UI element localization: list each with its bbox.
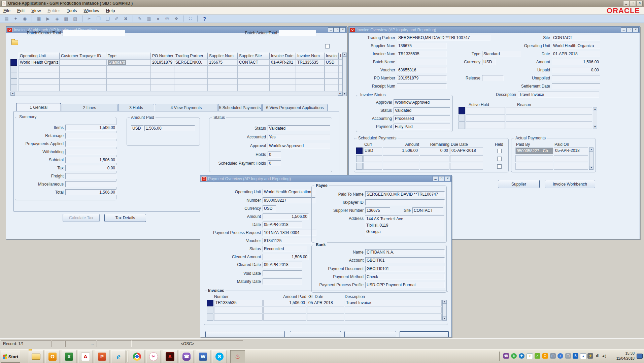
header-checkbox[interactable]: [325, 44, 330, 48]
signal-bars-icon[interactable]: ııll: [594, 353, 600, 359]
record-selector[interactable]: [356, 163, 363, 170]
empty-cell[interactable]: [151, 85, 174, 91]
paid-by-cell[interactable]: 9500058227 - Ch: [515, 147, 553, 154]
switch-responsibility-icon[interactable]: ◈: [53, 15, 61, 22]
amount-cell[interactable]: 1,506.00: [383, 147, 419, 154]
column-header[interactable]: Trading Partner: [174, 53, 208, 59]
clear-record-icon[interactable]: ✐: [113, 15, 121, 22]
acrobat-icon[interactable]: A: [163, 350, 177, 363]
viber-tray-icon[interactable]: ☎: [503, 353, 509, 359]
empty-cell[interactable]: [106, 78, 151, 85]
adobe-reader-icon[interactable]: A: [78, 350, 93, 363]
navigator-icon[interactable]: ◉: [21, 15, 29, 22]
record-selector[interactable]: [459, 107, 465, 114]
minimize-icon[interactable]: _: [623, 1, 629, 6]
maximize-icon[interactable]: □: [627, 27, 633, 32]
invoice-overview-titlebar[interactable]: O Invoice Overview (AP Inquiry and Repor…: [349, 27, 640, 33]
empty-cell[interactable]: [270, 85, 296, 91]
empty-cell[interactable]: [270, 72, 296, 78]
column-header[interactable]: PO Number: [151, 53, 174, 59]
empty-cell[interactable]: [208, 85, 238, 91]
supplier-button[interactable]: Supplier: [498, 180, 540, 188]
description-cell[interactable]: Travel Invoice: [345, 300, 442, 306]
empty-cell[interactable]: [270, 78, 296, 85]
gl-date-cell[interactable]: 05-APR-2018: [307, 300, 344, 306]
empty-cell[interactable]: [151, 66, 174, 72]
cell-type[interactable]: Standard: [106, 59, 151, 66]
column-header[interactable]: Invoice: [325, 53, 339, 59]
record-selector[interactable]: [356, 155, 363, 162]
record-selector[interactable]: [356, 147, 363, 154]
empty-cell[interactable]: [60, 78, 106, 85]
maximize-icon[interactable]: □: [439, 176, 444, 181]
empty-cell[interactable]: [60, 85, 106, 91]
snipping-tool-icon[interactable]: ✂: [146, 350, 161, 363]
remaining-cell[interactable]: 0.00: [420, 147, 449, 154]
viber-icon[interactable]: ☎: [179, 350, 194, 363]
record-selector[interactable]: [10, 59, 17, 66]
power-plug-tray-icon[interactable]: ⚡: [587, 353, 593, 359]
empty-cell[interactable]: [345, 314, 442, 321]
cell-cut[interactable]: [339, 59, 342, 66]
help-icon[interactable]: ?: [201, 15, 208, 22]
scroll-up-icon[interactable]: ▲: [589, 147, 594, 152]
empty-cell[interactable]: [60, 72, 106, 78]
record-selector[interactable]: [10, 85, 17, 91]
empty-cell[interactable]: [307, 314, 344, 321]
minimize-icon[interactable]: ▁: [328, 27, 334, 32]
open-folder-icon[interactable]: [11, 40, 18, 45]
minimize-icon[interactable]: ▁: [433, 176, 438, 181]
empty-cell[interactable]: [19, 72, 60, 78]
tab-holds[interactable]: 3 Holds: [118, 104, 154, 111]
tab-view-payments[interactable]: 4 View Payments: [155, 104, 217, 111]
translations-icon[interactable]: ▥: [145, 15, 153, 22]
tab-lines[interactable]: 2 Lines: [62, 104, 117, 111]
empty-cell[interactable]: [174, 66, 208, 72]
next-step-icon[interactable]: ▶: [44, 15, 52, 22]
scroll-down-icon[interactable]: ▼: [442, 317, 447, 321]
skype-icon[interactable]: S: [212, 350, 227, 363]
empty-cell[interactable]: [450, 155, 483, 162]
column-header[interactable]: I: [339, 53, 342, 59]
network-share-tray-icon[interactable]: ◫: [550, 353, 556, 359]
empty-cell[interactable]: [19, 85, 60, 91]
empty-cell[interactable]: [554, 163, 588, 170]
empty-cell[interactable]: [106, 85, 151, 91]
amount-paid-cell[interactable]: 1,506.00: [263, 300, 306, 306]
scroll-up-icon[interactable]: ▲: [593, 107, 597, 111]
word-icon[interactable]: W: [196, 350, 210, 363]
address-field[interactable]: 144 AK Tsereteli Ave Tibilisi, 0119 Geor…: [365, 216, 444, 236]
empty-cell[interactable]: [383, 155, 419, 162]
reason-cell[interactable]: [506, 114, 592, 122]
volume-icon[interactable]: ◄): [601, 353, 607, 359]
find-icon[interactable]: ✦: [12, 15, 20, 22]
cell-po-number[interactable]: 201951879: [151, 59, 174, 66]
taskbar-clock[interactable]: 15:38 11/04/2018: [616, 351, 635, 361]
java-console-icon[interactable]: ♨: [230, 350, 245, 363]
held-checkbox[interactable]: [497, 149, 502, 153]
empty-cell[interactable]: [208, 72, 238, 78]
empty-cell[interactable]: [515, 155, 553, 162]
zoom-icon[interactable]: ●: [154, 15, 162, 22]
menu-window[interactable]: Window: [84, 8, 99, 13]
empty-cell[interactable]: [345, 307, 442, 314]
record-selector[interactable]: [459, 114, 465, 122]
active-hold-cell[interactable]: [466, 114, 505, 122]
health-plus-tray-icon[interactable]: ✚: [519, 353, 524, 359]
show-desktop-icon[interactable]: [637, 354, 643, 359]
cut-button-4[interactable]: [400, 331, 449, 337]
record-selector[interactable]: [10, 78, 17, 85]
empty-cell[interactable]: [296, 78, 325, 85]
attachments-icon[interactable]: ✇: [163, 15, 171, 22]
empty-cell[interactable]: [420, 163, 449, 170]
browser-globe-tray-icon[interactable]: ◐: [557, 353, 563, 359]
curr-cell[interactable]: USD: [363, 147, 382, 154]
empty-cell[interactable]: [270, 66, 296, 72]
reason-cell[interactable]: [506, 107, 592, 114]
reason-cell[interactable]: [506, 122, 592, 129]
windows-explorer-icon[interactable]: [29, 350, 43, 363]
column-header[interactable]: Supplier Site: [238, 53, 270, 59]
record-selector[interactable]: [10, 72, 17, 78]
start-button[interactable]: Start: [1, 351, 20, 363]
empty-cell[interactable]: [263, 307, 306, 314]
